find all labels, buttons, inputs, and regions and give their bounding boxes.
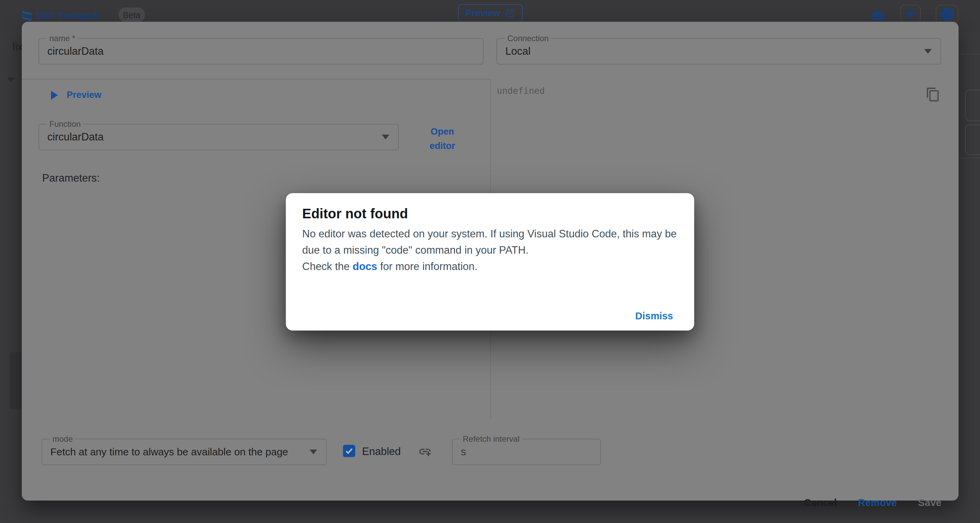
dialog-check-suffix: for more information. (377, 260, 478, 273)
dialog-body-text: No editor was detected on your system. I… (302, 228, 677, 256)
dismiss-button[interactable]: Dismiss (635, 311, 673, 322)
docs-link[interactable]: docs (353, 260, 377, 273)
dialog-check-prefix: Check the (302, 260, 353, 273)
editor-not-found-dialog: Editor not found No editor was detected … (286, 193, 694, 331)
dialog-title: Editor not found (302, 206, 408, 221)
dialog-body: No editor was detected on your system. I… (302, 226, 679, 275)
screen: MUI Toolpad Beta Preview (0, 0, 980, 523)
